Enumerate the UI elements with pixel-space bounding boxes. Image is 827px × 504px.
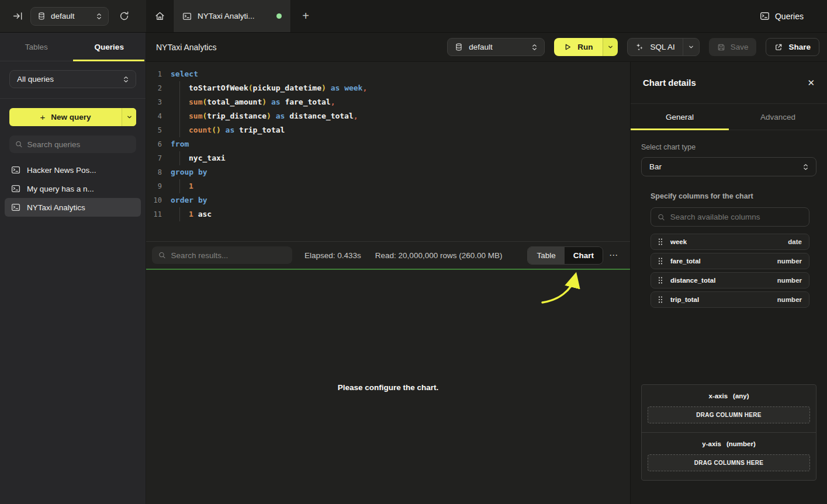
workspace: 1select2toStartOfWeek(pickup_datetime) a… <box>146 62 827 504</box>
home-icon <box>155 11 165 21</box>
sidebar-tab-queries[interactable]: Queries <box>73 33 146 61</box>
tab-advanced[interactable]: Advanced <box>729 104 827 130</box>
sidebar-tabs: Tables Queries <box>0 33 146 61</box>
chart-details-panel: Chart details ✕ General Advanced Select … <box>630 62 827 504</box>
sidebar-tab-tables[interactable]: Tables <box>0 33 73 61</box>
run-options-button[interactable] <box>603 38 618 56</box>
search-icon <box>158 251 166 259</box>
save-button[interactable]: Save <box>709 38 757 56</box>
topbar-database-selector[interactable]: default <box>30 7 109 26</box>
columns-list: weekdatefare_totalnumberdistance_totalnu… <box>650 234 809 308</box>
query-search-box[interactable] <box>9 135 136 153</box>
queries-nav-button[interactable]: Queries <box>760 11 804 21</box>
topbar-database-value: default <box>51 12 91 20</box>
sql-ai-button[interactable]: SQL AI <box>627 38 699 56</box>
indent-guide <box>179 123 189 137</box>
y-axis-drop-zone[interactable]: DRAG COLUMNS HERE <box>648 454 810 471</box>
sql-ai-main[interactable]: SQL AI <box>628 39 682 55</box>
search-icon <box>15 140 23 148</box>
play-icon <box>564 43 572 51</box>
view-toggle-chart[interactable]: Chart <box>565 247 603 264</box>
more-options-button[interactable]: ⋯ <box>603 250 624 260</box>
axis-config-box: x-axis(any) DRAG COLUMN HERE y-axis(numb… <box>641 384 816 481</box>
y-axis-constraint: (number) <box>726 440 756 447</box>
chevron-down-icon <box>688 44 694 50</box>
new-tab-button[interactable]: + <box>291 0 320 32</box>
new-query-button[interactable]: + New query <box>9 108 136 126</box>
sql-token: sum <box>189 95 202 109</box>
view-toggle-table[interactable]: Table <box>528 247 564 264</box>
query-list-item[interactable]: My query has a n... <box>5 179 141 198</box>
columns-search-box[interactable] <box>650 207 809 227</box>
sql-code: select <box>171 67 198 81</box>
sql-token: distance_total <box>289 109 354 123</box>
sql-code: 1 <box>171 179 193 193</box>
tab-nytaxi-analytics[interactable]: NYTaxi Analyti... <box>173 0 291 32</box>
chart-panel-title: Chart details <box>643 78 696 88</box>
run-database-value: default <box>469 43 526 51</box>
column-chip-fare_total[interactable]: fare_totalnumber <box>650 253 809 269</box>
sql-editor[interactable]: 1select2toStartOfWeek(pickup_datetime) a… <box>146 62 630 241</box>
indent-guide <box>179 207 189 221</box>
sql-ai-dropdown-button[interactable] <box>683 39 699 55</box>
sql-token: fare_total <box>285 95 330 109</box>
sql-code: count() as trip_total <box>171 123 285 137</box>
new-query-dropdown-button[interactable] <box>122 108 136 126</box>
results-search-input[interactable] <box>171 251 286 260</box>
query-filter-row: All queries <box>0 61 146 99</box>
sql-token: nyc_taxi <box>189 151 226 165</box>
sql-code: from <box>171 137 189 151</box>
x-axis-label-row: x-axis(any) <box>648 392 810 399</box>
run-button[interactable]: Run <box>554 38 618 56</box>
sql-token: order by <box>171 193 207 207</box>
column-chip-trip_total[interactable]: trip_totalnumber <box>650 291 809 308</box>
sql-line: 3sum(total_amount) as fare_total, <box>146 95 630 109</box>
sidebar: Tables Queries All queries + New query <box>0 33 146 504</box>
results-search-box[interactable] <box>152 246 292 264</box>
column-name: distance_total <box>670 277 715 284</box>
sql-token: ( <box>202 109 207 123</box>
column-chip-week[interactable]: weekdate <box>650 234 809 250</box>
drag-handle-icon <box>658 296 663 303</box>
chart-panel-header: Chart details ✕ <box>631 62 827 104</box>
collapse-sidebar-button[interactable] <box>11 9 25 23</box>
tab-general[interactable]: General <box>631 104 729 130</box>
run-button-main[interactable]: Run <box>554 38 603 56</box>
x-axis-drop-zone[interactable]: DRAG COLUMN HERE <box>648 406 810 423</box>
line-number: 2 <box>146 81 162 95</box>
app-window: default NYTaxi Analyti.. <box>0 0 827 504</box>
home-button[interactable] <box>146 0 173 32</box>
new-query-main[interactable]: + New query <box>9 108 122 126</box>
refresh-button[interactable] <box>116 9 132 24</box>
indent-guide <box>179 151 189 165</box>
share-button[interactable]: Share <box>766 38 819 56</box>
line-number: 11 <box>146 207 162 221</box>
read-stats: Read: 20,000,000 rows (260.00 MB) <box>375 251 503 260</box>
editor-and-results: 1select2toStartOfWeek(pickup_datetime) a… <box>146 62 630 504</box>
close-panel-button[interactable]: ✕ <box>807 78 815 88</box>
sql-token: 1 <box>189 179 193 193</box>
tab-strip: NYTaxi Analyti... + <box>146 0 320 32</box>
database-icon <box>37 12 46 20</box>
columns-search-input[interactable] <box>670 213 802 221</box>
sql-token: select <box>171 67 198 81</box>
column-type: number <box>777 277 802 284</box>
sql-token: total_amount <box>207 95 262 109</box>
line-number: 6 <box>146 137 162 151</box>
query-search-input[interactable] <box>27 140 130 149</box>
sql-line: 8group by <box>146 165 630 179</box>
query-list-item[interactable]: NYTaxi Analytics <box>5 198 141 217</box>
column-name: week <box>670 238 687 245</box>
run-database-selector[interactable]: default <box>447 38 545 56</box>
annotation-arrow <box>532 270 590 311</box>
new-query-label: New query <box>51 113 91 121</box>
query-list-item[interactable]: Hacker News Pos... <box>5 161 141 179</box>
chart-type-selector[interactable]: Bar <box>641 157 816 176</box>
chevron-updown-icon <box>803 163 808 171</box>
line-number: 9 <box>146 179 162 193</box>
column-chip-distance_total[interactable]: distance_totalnumber <box>650 272 809 289</box>
column-name: trip_total <box>670 296 699 303</box>
sql-token: week <box>344 81 362 95</box>
x-axis-constraint: (any) <box>733 392 749 399</box>
query-filter-dropdown[interactable]: All queries <box>9 70 136 88</box>
